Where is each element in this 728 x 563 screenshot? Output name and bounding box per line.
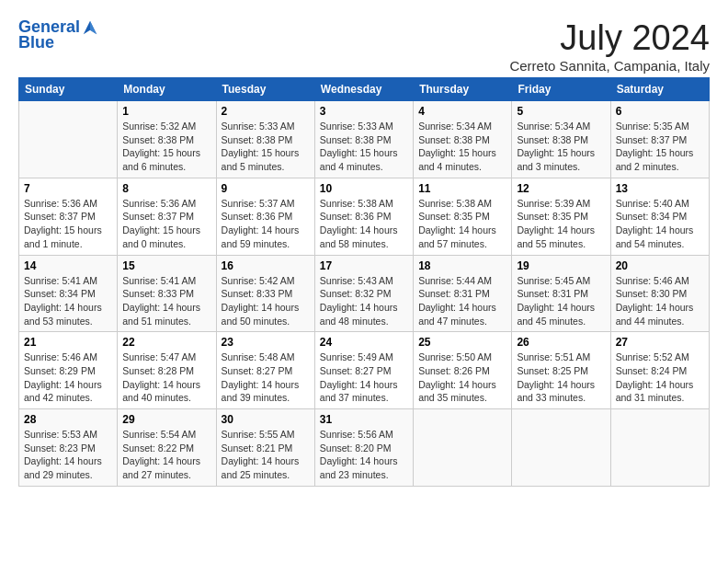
logo: General Blue [18,18,98,52]
cell-info: Sunrise: 5:35 AM [616,120,704,133]
cell-info: Sunset: 8:31 PM [418,287,506,301]
calendar-cell [512,409,610,487]
header-row: SundayMondayTuesdayWednesdayThursdayFrid… [19,78,710,101]
day-number: 8 [122,182,210,195]
calendar-cell: 20Sunrise: 5:46 AMSunset: 8:30 PMDayligh… [610,255,709,332]
cell-info: Sunset: 8:27 PM [320,364,408,378]
cell-info: Sunrise: 5:37 AM [222,197,310,211]
calendar-cell: 25Sunrise: 5:50 AMSunset: 8:26 PMDayligh… [414,332,512,409]
page-header: General Blue July 2024 Cerreto Sannita, … [18,18,710,74]
cell-info: and 33 minutes. [517,391,605,405]
day-number: 31 [320,413,408,426]
week-row-4: 28Sunrise: 5:53 AMSunset: 8:23 PMDayligh… [19,409,710,487]
cell-info: Sunrise: 5:33 AM [320,120,408,133]
location: Cerreto Sannita, Campania, Italy [509,58,710,74]
calendar-cell: 22Sunrise: 5:47 AMSunset: 8:28 PMDayligh… [118,332,216,409]
cell-info: Daylight: 14 hours [517,378,605,392]
day-number: 28 [24,413,112,426]
day-number: 23 [222,336,310,349]
cell-info: Sunrise: 5:46 AM [616,274,704,288]
cell-info: Daylight: 14 hours [122,301,210,315]
title-area: July 2024 Cerreto Sannita, Campania, Ita… [509,18,710,74]
cell-info: Sunrise: 5:46 AM [24,350,112,364]
calendar-cell [19,101,118,178]
calendar-cell: 3Sunrise: 5:33 AMSunset: 8:38 PMDaylight… [314,101,413,178]
cell-info: Sunrise: 5:43 AM [320,274,408,288]
cell-info: Sunrise: 5:36 AM [24,197,112,211]
week-row-2: 14Sunrise: 5:41 AMSunset: 8:34 PMDayligh… [19,255,710,332]
cell-info: and 1 minute. [24,237,112,251]
calendar-cell: 14Sunrise: 5:41 AMSunset: 8:34 PMDayligh… [19,255,118,332]
cell-info: Sunrise: 5:47 AM [122,350,210,364]
cell-info: Daylight: 14 hours [320,301,408,315]
day-header-sunday: Sunday [19,78,118,101]
cell-info: Daylight: 14 hours [24,454,112,468]
calendar-cell: 17Sunrise: 5:43 AMSunset: 8:32 PMDayligh… [314,255,413,332]
cell-info: Daylight: 14 hours [517,224,605,237]
cell-info: Sunset: 8:34 PM [24,287,112,301]
cell-info: and 29 minutes. [24,468,112,482]
cell-info: and 51 minutes. [122,315,210,328]
calendar-table: SundayMondayTuesdayWednesdayThursdayFrid… [18,77,710,487]
cell-info: Sunrise: 5:53 AM [24,428,112,442]
cell-info: Daylight: 14 hours [320,454,408,468]
calendar-cell: 19Sunrise: 5:45 AMSunset: 8:31 PMDayligh… [512,255,610,332]
cell-info: Sunrise: 5:33 AM [222,120,310,133]
cell-info: and 50 minutes. [222,315,310,328]
day-number: 9 [222,182,310,195]
cell-info: and 35 minutes. [418,391,506,405]
day-number: 6 [616,105,704,118]
cell-info: Sunrise: 5:52 AM [616,350,704,364]
cell-info: Sunset: 8:29 PM [24,364,112,378]
cell-info: Daylight: 14 hours [122,454,210,468]
cell-info: Sunset: 8:36 PM [320,210,408,224]
calendar-cell: 9Sunrise: 5:37 AMSunset: 8:36 PMDaylight… [216,178,314,255]
cell-info: Sunrise: 5:38 AM [418,197,506,211]
day-number: 27 [616,336,704,349]
cell-info: Sunset: 8:38 PM [320,133,408,147]
day-number: 14 [24,259,112,272]
cell-info: Sunset: 8:23 PM [24,442,112,455]
calendar-cell: 6Sunrise: 5:35 AMSunset: 8:37 PMDaylight… [610,101,709,178]
cell-info: Sunset: 8:33 PM [222,287,310,301]
cell-info: Daylight: 14 hours [320,224,408,237]
day-number: 2 [222,105,310,118]
day-header-saturday: Saturday [610,78,709,101]
week-row-1: 7Sunrise: 5:36 AMSunset: 8:37 PMDaylight… [19,178,710,255]
cell-info: Daylight: 15 hours [222,146,310,160]
day-number: 22 [122,336,210,349]
cell-info: and 57 minutes. [418,237,506,251]
calendar-cell: 2Sunrise: 5:33 AMSunset: 8:38 PMDaylight… [216,101,314,178]
cell-info: Sunset: 8:26 PM [418,364,506,378]
day-number: 10 [320,182,408,195]
cell-info: and 0 minutes. [122,237,210,251]
calendar-cell: 16Sunrise: 5:42 AMSunset: 8:33 PMDayligh… [216,255,314,332]
cell-info: Sunset: 8:25 PM [517,364,605,378]
cell-info: Daylight: 15 hours [517,146,605,160]
cell-info: Sunrise: 5:42 AM [222,274,310,288]
cell-info: and 44 minutes. [616,315,704,328]
cell-info: Daylight: 14 hours [24,378,112,392]
day-number: 13 [616,182,704,195]
day-header-tuesday: Tuesday [216,78,314,101]
day-header-monday: Monday [118,78,216,101]
cell-info: Daylight: 14 hours [616,224,704,237]
day-number: 11 [418,182,506,195]
cell-info: Sunset: 8:24 PM [616,364,704,378]
cell-info: Sunset: 8:37 PM [24,210,112,224]
cell-info: and 45 minutes. [517,315,605,328]
cell-info: Daylight: 14 hours [222,301,310,315]
day-number: 29 [122,413,210,426]
calendar-cell: 31Sunrise: 5:56 AMSunset: 8:20 PMDayligh… [314,409,413,487]
cell-info: and 47 minutes. [418,315,506,328]
day-number: 5 [517,105,605,118]
cell-info: Sunset: 8:32 PM [320,287,408,301]
cell-info: and 39 minutes. [222,391,310,405]
cell-info: and 2 minutes. [616,160,704,174]
week-row-3: 21Sunrise: 5:46 AMSunset: 8:29 PMDayligh… [19,332,710,409]
cell-info: and 48 minutes. [320,315,408,328]
svg-marker-1 [90,21,97,34]
cell-info: and 40 minutes. [122,391,210,405]
cell-info: Sunrise: 5:41 AM [24,274,112,288]
day-number: 30 [222,413,310,426]
